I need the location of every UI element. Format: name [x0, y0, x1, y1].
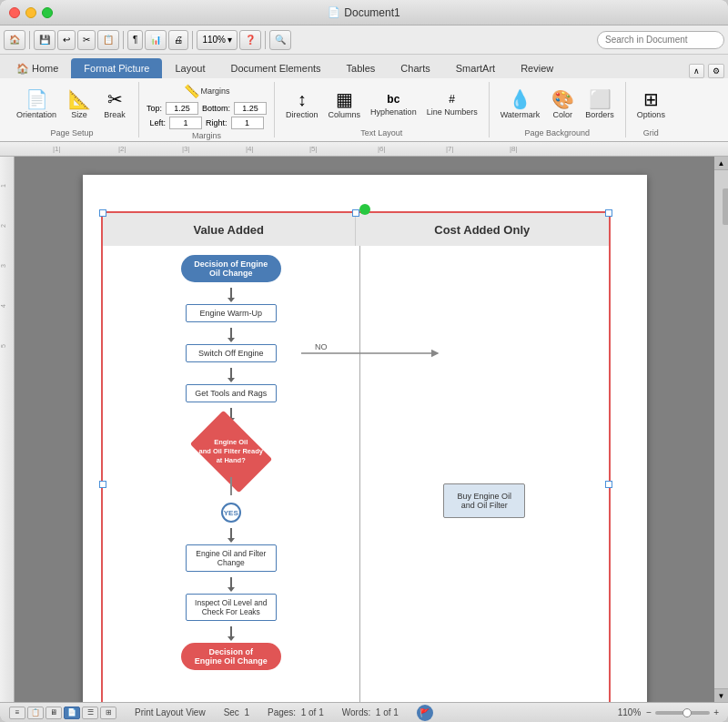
- scrollbar-vertical[interactable]: ▲ ▼: [714, 157, 728, 702]
- page-area[interactable]: Value Added Cost Added Only: [15, 157, 714, 702]
- chart-left-col: Decision of Engine Oil Change Engine War…: [103, 246, 361, 702]
- break-icon: ✂: [107, 90, 123, 108]
- arrow-7: [230, 626, 232, 637]
- zoom-out-btn[interactable]: −: [646, 707, 652, 717]
- rotate-handle[interactable]: [359, 204, 370, 215]
- node-decision-end: Decision ofEngine Oil Change: [181, 643, 281, 670]
- toolbar-btn-undo[interactable]: ↩: [57, 30, 76, 50]
- grid-icon: ⊞: [643, 90, 659, 108]
- main-window: 📄 Document1 🏠 💾 ↩ ✂ 📋 ¶ 📊 🖨 110% ▾ ❓ 🔍 🏠…: [0, 0, 728, 722]
- grid-label: Grid: [643, 127, 659, 137]
- margin-bottom-input[interactable]: [234, 102, 267, 115]
- ribbon-group-page-bg: 💧 Watermark 🎨 Color ⬜ Borders Page Backg…: [490, 82, 626, 137]
- columns-icon: ▦: [336, 90, 353, 108]
- view-btn-3[interactable]: 🖥: [46, 707, 62, 719]
- node-get-tools: Get Tools and Rags: [186, 384, 277, 402]
- ribbon-options-btn[interactable]: ⚙: [708, 64, 724, 78]
- borders-btn[interactable]: ⬜ Borders: [581, 87, 618, 122]
- margin-top-input[interactable]: [166, 102, 198, 115]
- node-inspect-oil: Inspect Oil Level andCheck For Leaks: [186, 594, 277, 621]
- toolbar-btn-home[interactable]: 🏠: [4, 30, 25, 50]
- tab-document-elements[interactable]: Document Elements: [218, 58, 334, 78]
- line-numbers-btn[interactable]: # Line Numbers: [423, 90, 481, 119]
- tab-charts[interactable]: Charts: [388, 58, 442, 78]
- chart-body: Decision of Engine Oil Change Engine War…: [103, 246, 609, 702]
- tab-format-picture[interactable]: Format Picture: [71, 58, 162, 78]
- arrow-6: [230, 577, 232, 588]
- toolbar-btn-print[interactable]: 🖨: [168, 30, 188, 50]
- view-btn-2[interactable]: 📋: [27, 707, 44, 719]
- ribbon-group-grid: ⊞ Options Grid: [626, 82, 676, 137]
- options-btn[interactable]: ⊞ Options: [633, 87, 669, 122]
- toolbar-btn-copy[interactable]: 📋: [97, 30, 119, 50]
- handle-tm[interactable]: [352, 209, 359, 217]
- arrow-1: [230, 288, 232, 299]
- tab-home[interactable]: 🏠 Home: [4, 58, 71, 78]
- ribbon-group-margins: 📏 Margins Top: Bottom: Left: Right: Marg…: [139, 82, 275, 137]
- handle-tr[interactable]: [605, 209, 612, 217]
- margin-top-row: Top: Bottom:: [147, 102, 267, 115]
- close-button[interactable]: [9, 7, 20, 18]
- toolbar-zoom[interactable]: 110% ▾: [197, 30, 238, 50]
- size-btn[interactable]: 📐 Size: [63, 87, 96, 122]
- scrollbar-thumb[interactable]: [723, 188, 729, 225]
- toolbar-search-icon[interactable]: 🔍: [269, 30, 291, 50]
- view-btn-5[interactable]: ☰: [82, 707, 98, 719]
- separator4: [265, 31, 266, 49]
- view-btn-4[interactable]: 📄: [64, 707, 80, 719]
- orientation-btn[interactable]: 📄 Orientation: [13, 87, 60, 122]
- yes-label-row: YES: [221, 503, 241, 523]
- view-btn-1[interactable]: ≡: [9, 707, 25, 719]
- ruler-vertical: 1 2 3 4 5: [0, 157, 15, 702]
- zoom-in-btn[interactable]: +: [713, 707, 719, 717]
- search-input[interactable]: [597, 31, 724, 49]
- toolbar-btn-table[interactable]: 📊: [145, 30, 167, 50]
- home-icon: 🏠: [16, 63, 29, 75]
- toolbar-help[interactable]: ❓: [239, 30, 261, 50]
- toolbar-btn-cut[interactable]: ✂: [77, 30, 96, 50]
- flowchart-container: Value Added Cost Added Only: [101, 211, 629, 702]
- zoom-thumb[interactable]: [682, 708, 692, 717]
- handle-tl[interactable]: [99, 209, 106, 217]
- direction-icon: ↕: [298, 90, 307, 108]
- watermark-btn[interactable]: 💧 Watermark: [497, 87, 544, 122]
- scroll-up-btn[interactable]: ▲: [714, 157, 728, 170]
- tab-layout[interactable]: Layout: [162, 58, 217, 78]
- tab-tables[interactable]: Tables: [334, 58, 389, 78]
- view-btn-6[interactable]: ⊞: [100, 707, 116, 719]
- status-bar: ≡ 📋 🖥 📄 ☰ ⊞ Print Layout View Sec 1 Page…: [0, 702, 728, 722]
- text-layout-controls: ↕ Direction ▦ Columns bc Hyphenation # L…: [282, 82, 481, 127]
- toolbar-btn-save[interactable]: 💾: [34, 30, 56, 50]
- title-bar: 📄 Document1: [0, 0, 728, 25]
- main-area: 1 2 3 4 5: [0, 157, 728, 702]
- separator3: [192, 31, 193, 49]
- ribbon-collapse-btn[interactable]: ∧: [689, 64, 704, 78]
- text-layout-label: Text Layout: [360, 127, 402, 137]
- break-btn[interactable]: ✂ Break: [98, 87, 131, 122]
- color-btn[interactable]: 🎨 Color: [546, 87, 579, 122]
- node-decision-start: Decision of Engine Oil Change: [181, 255, 281, 282]
- document-icon: 📄: [328, 6, 340, 18]
- direction-btn[interactable]: ↕ Direction: [282, 87, 322, 122]
- minimize-button[interactable]: [25, 7, 36, 18]
- columns-btn[interactable]: ▦ Columns: [325, 87, 365, 122]
- yes-circle: YES: [221, 503, 241, 523]
- maximize-button[interactable]: [42, 7, 53, 18]
- hyphenation-btn[interactable]: bc Hyphenation: [367, 90, 420, 119]
- toolbar-btn-para[interactable]: ¶: [127, 30, 143, 50]
- margins-btn[interactable]: 📏 Margins: [180, 82, 234, 100]
- tab-smartart[interactable]: SmartArt: [443, 58, 508, 78]
- arrow-5: [230, 528, 232, 539]
- hyphenation-icon: bc: [387, 93, 399, 106]
- node-switch-off: Switch Off Engine: [186, 344, 277, 362]
- view-buttons: ≡ 📋 🖥 📄 ☰ ⊞: [9, 707, 116, 719]
- arrow-3: [230, 368, 232, 379]
- scroll-down-btn[interactable]: ▼: [714, 688, 728, 702]
- margin-left-input[interactable]: [169, 117, 202, 129]
- margins-icon: 📏: [184, 85, 199, 97]
- toolbar-row: 🏠 💾 ↩ ✂ 📋 ¶ 📊 🖨 110% ▾ ❓ 🔍: [0, 25, 728, 55]
- tab-review[interactable]: Review: [508, 58, 566, 78]
- zoom-slider[interactable]: [655, 711, 710, 715]
- margin-right-input[interactable]: [231, 117, 264, 129]
- flag-icon: 🚩: [417, 705, 433, 721]
